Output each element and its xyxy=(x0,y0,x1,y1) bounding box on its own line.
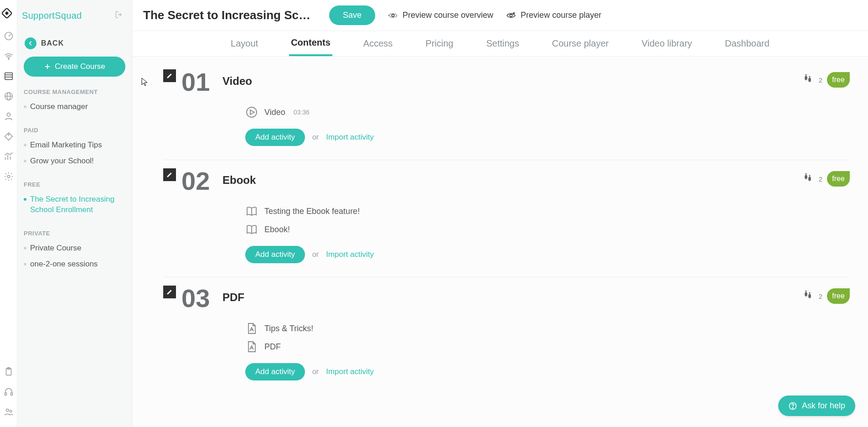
save-button[interactable]: Save xyxy=(329,5,375,25)
wifi-icon[interactable] xyxy=(3,50,15,62)
gauge-icon[interactable] xyxy=(3,30,15,42)
activity-row[interactable]: Tips & Tricks! xyxy=(245,322,850,335)
sidebar-item[interactable]: Course manager xyxy=(24,99,125,115)
user-icon[interactable] xyxy=(3,110,15,122)
back-label: BACK xyxy=(41,39,64,47)
tab-video-library[interactable]: Video library xyxy=(640,32,694,55)
app-logo xyxy=(2,8,16,22)
sidebar-item[interactable]: The Secret to Increasing School Enrollme… xyxy=(24,192,125,218)
import-activity-link[interactable]: Import activity xyxy=(326,133,374,142)
activity-row[interactable]: Ebook! xyxy=(245,223,850,236)
activity-row[interactable]: Video03:36 xyxy=(245,106,850,119)
edit-section-button[interactable] xyxy=(163,69,176,82)
tab-access[interactable]: Access xyxy=(362,32,394,55)
plus-icon xyxy=(44,63,51,70)
svg-point-46 xyxy=(792,407,793,408)
free-badge: free xyxy=(827,72,850,88)
globe-icon[interactable] xyxy=(3,90,15,102)
steps-icon xyxy=(801,172,814,186)
tab-contents[interactable]: Contents xyxy=(289,31,332,56)
add-activity-button[interactable]: Add activity xyxy=(245,363,305,380)
course-section: 02Ebook2freeTesting the Ebook feature!Eb… xyxy=(163,160,850,277)
clipboard-icon[interactable] xyxy=(3,366,15,378)
create-course-button[interactable]: Create Course xyxy=(24,57,125,77)
tab-dashboard[interactable]: Dashboard xyxy=(723,32,771,55)
sidebar-item[interactable]: Email Marketing Tips xyxy=(24,137,125,153)
svg-point-34 xyxy=(808,177,811,181)
play-icon xyxy=(245,106,258,119)
free-badge: free xyxy=(827,288,850,304)
sidebar-section-heading: FREE xyxy=(24,181,125,188)
sidebar-item[interactable]: one-2-one sessions xyxy=(24,256,125,272)
headset-icon[interactable] xyxy=(3,386,15,398)
import-activity-link[interactable]: Import activity xyxy=(326,250,374,259)
pencil-icon xyxy=(166,288,173,296)
analytics-icon[interactable] xyxy=(3,151,15,162)
or-text: or xyxy=(312,133,319,141)
activity-label: Tips & Tricks! xyxy=(264,324,313,333)
bullet-icon xyxy=(24,247,26,250)
pencil-icon xyxy=(166,72,173,79)
add-activity-button[interactable]: Add activity xyxy=(245,129,305,146)
sidebar-item-label: Private Course xyxy=(30,243,81,254)
tab-settings[interactable]: Settings xyxy=(484,32,521,55)
course-section: 01Video2freeVideo03:36Add activityorImpo… xyxy=(163,69,850,160)
sidebar-item[interactable]: Private Course xyxy=(24,240,125,256)
ebook-icon xyxy=(245,223,258,236)
activity-duration: 03:36 xyxy=(294,109,310,116)
edit-section-button[interactable] xyxy=(163,168,176,181)
section-title: Ebook xyxy=(222,174,256,187)
activity-label: Ebook! xyxy=(264,225,290,234)
course-tabs: LayoutContentsAccessPricingSettingsCours… xyxy=(132,31,868,57)
svg-rect-19 xyxy=(10,393,12,396)
svg-point-31 xyxy=(809,76,810,77)
sidebar-item-label: The Secret to Increasing School Enrollme… xyxy=(30,194,125,215)
tag-icon[interactable] xyxy=(3,130,15,142)
pdf-icon xyxy=(245,322,258,335)
preview-player-link[interactable]: Preview course player xyxy=(506,10,601,20)
bullet-icon xyxy=(24,198,26,201)
list-icon[interactable] xyxy=(3,70,15,82)
svg-point-28 xyxy=(805,76,807,80)
people-icon[interactable] xyxy=(3,406,15,418)
or-text: or xyxy=(312,368,319,376)
edit-section-button[interactable] xyxy=(163,286,176,298)
section-number: 03 xyxy=(181,286,222,311)
activity-row[interactable]: PDF xyxy=(245,340,850,353)
svg-point-26 xyxy=(510,14,512,16)
section-number: 01 xyxy=(181,69,222,95)
svg-point-42 xyxy=(809,292,810,293)
sidebar-item[interactable]: Grow your School! xyxy=(24,153,125,169)
bullet-icon xyxy=(24,160,26,162)
svg-point-35 xyxy=(805,173,806,174)
sidebar-section-heading: COURSE MANAGEMENT xyxy=(24,89,125,95)
preview-overview-link[interactable]: Preview course overview xyxy=(388,10,493,20)
section-count: 2 xyxy=(819,292,822,300)
activity-row[interactable]: Testing the Ebook feature! xyxy=(245,205,850,218)
svg-point-29 xyxy=(808,78,811,82)
ask-for-help-button[interactable]: Ask for help xyxy=(778,396,855,416)
section-title: Video xyxy=(222,75,252,88)
gear-icon[interactable] xyxy=(3,171,15,182)
section-number: 02 xyxy=(181,168,222,194)
add-activity-button[interactable]: Add activity xyxy=(245,246,305,263)
free-badge: free xyxy=(827,171,850,187)
sidebar-item-label: one-2-one sessions xyxy=(30,259,98,270)
exit-icon[interactable] xyxy=(114,10,124,21)
brand-name[interactable]: SupportSquad xyxy=(22,10,82,21)
pencil-icon xyxy=(166,171,173,178)
svg-point-41 xyxy=(805,290,806,292)
tab-course-player[interactable]: Course player xyxy=(550,32,611,55)
section-count: 2 xyxy=(819,175,822,183)
back-button[interactable]: BACK xyxy=(24,29,125,57)
svg-point-39 xyxy=(805,292,807,297)
import-activity-link[interactable]: Import activity xyxy=(326,367,374,376)
course-section: 03PDF2freeTips & Tricks!PDFAdd activityo… xyxy=(163,277,850,394)
svg-point-33 xyxy=(805,175,807,179)
tab-pricing[interactable]: Pricing xyxy=(424,32,455,55)
svg-point-11 xyxy=(8,134,9,135)
sidebar-item-label: Email Marketing Tips xyxy=(30,140,102,151)
course-title: The Secret to Increasing Scho… xyxy=(143,8,316,22)
tab-layout[interactable]: Layout xyxy=(229,32,260,55)
activity-label: Video xyxy=(264,108,285,117)
